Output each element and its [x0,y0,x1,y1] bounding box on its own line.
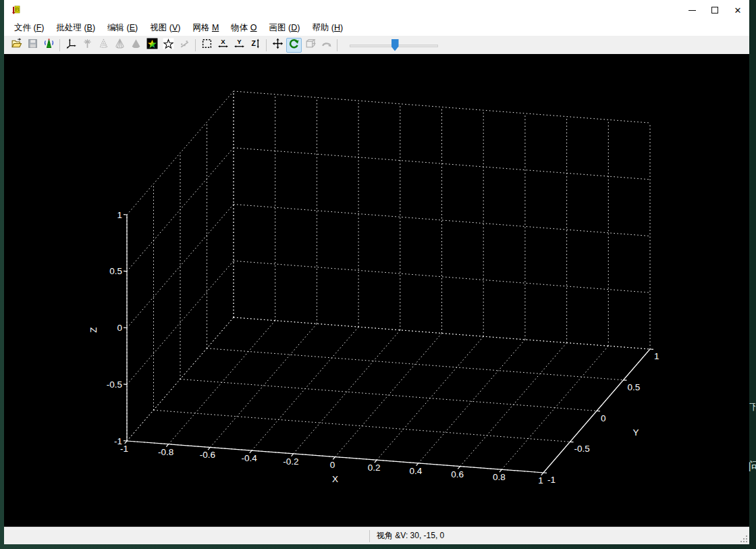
toolbar-separator [266,39,267,51]
toolbar-separator [337,39,338,51]
select-box-icon [201,38,213,52]
svg-text:-0.4: -0.4 [241,453,257,463]
svg-text:-0.8: -0.8 [158,447,173,457]
fountain-icon [82,38,93,52]
app-icon: B [10,5,21,16]
svg-text:1: 1 [654,351,659,361]
wireframe-button [112,38,128,53]
y-range-button[interactable]: Y [232,38,247,53]
svg-text:X: X [332,474,338,484]
broadcast-button[interactable] [41,38,57,53]
svg-text:0.4: 0.4 [410,466,423,476]
dotted-cone-icon [98,38,109,52]
axes-button[interactable] [63,38,79,53]
scatter-icon [179,38,190,52]
svg-text:-0.5: -0.5 [574,444,590,454]
app-window: B ✕ 文件 (F)批处理 (B)编辑 (E)视图 (V)网格 M物体 O画图 … [4,0,749,544]
open-button[interactable] [9,38,24,53]
svg-text:0.8: 0.8 [493,472,506,482]
rotate-icon [288,38,300,52]
menu-item-draw[interactable]: 画图 (D) [263,21,306,35]
pan-button[interactable] [270,38,286,53]
menu-bar: 文件 (F)批处理 (B)编辑 (E)视图 (V)网格 M物体 O画图 (D)帮… [4,20,749,36]
color-star-icon [146,38,158,52]
minimize-icon [688,10,696,11]
svg-text:-0.5: -0.5 [107,380,122,390]
svg-text:1: 1 [538,475,543,486]
rotate-button[interactable] [286,38,302,53]
point-cloud-button [96,38,111,53]
wire-cone-icon [114,38,126,52]
svg-text:0: 0 [330,460,335,470]
svg-text:0: 0 [601,413,606,423]
star-icon [163,38,174,52]
solid-cone-icon [130,38,142,52]
select-box-button[interactable] [199,38,215,53]
svg-text:-1: -1 [114,436,122,446]
save-button [25,38,40,53]
svg-text:0.2: 0.2 [368,463,381,473]
solid-button [128,38,144,53]
toolbar: XYZ [4,36,749,54]
fountain-button [80,38,95,53]
svg-text:Z: Z [251,39,256,47]
svg-text:1: 1 [117,210,122,220]
status-pane-left [4,527,369,544]
orbit-button [319,38,334,53]
star-button[interactable] [161,38,176,53]
save-icon [27,38,38,52]
z-range-icon: Z [250,38,261,52]
plot-canvas[interactable]: -1-0.8-0.6-0.4-0.200.20.40.60.81-1-0.500… [4,54,749,527]
menu-item-view[interactable]: 视图 (V) [144,21,186,35]
box-rotate-button [302,38,318,53]
svg-text:0: 0 [117,323,122,333]
minimize-button[interactable] [680,0,703,20]
antenna-icon [43,38,55,52]
svg-text:Y: Y [632,427,639,438]
x-range-button[interactable]: X [215,38,231,53]
axes3d-icon [65,38,77,52]
menu-item-object[interactable]: 物体 O [225,21,263,35]
close-button[interactable]: ✕ [726,0,749,20]
zoom-slider[interactable] [350,38,439,53]
axes3d-plot: -1-0.8-0.6-0.4-0.200.20.40.60.81-1-0.500… [4,54,749,527]
svg-text:0.6: 0.6 [451,469,464,479]
orbit-icon [321,38,332,52]
y-range-icon: Y [234,38,245,52]
desktop-icon-text-fragment: 问 [749,459,756,474]
svg-text:X: X [221,38,225,45]
scatter-button [177,38,192,53]
menu-item-mesh[interactable]: 网格 M [186,21,225,35]
svg-text:0.5: 0.5 [109,266,122,276]
x-range-icon: X [217,38,229,52]
svg-text:B: B [15,6,20,13]
color-star-button[interactable] [144,38,160,53]
maximize-icon [711,7,718,14]
box-rotate-icon [304,38,316,52]
move-icon [272,38,284,52]
z-range-button[interactable]: Z [248,38,263,53]
svg-text:-0.2: -0.2 [283,456,298,467]
menu-item-edit[interactable]: 编辑 (E) [101,21,144,35]
close-icon: ✕ [734,6,742,15]
svg-text:Y: Y [237,38,242,45]
menu-item-file[interactable]: 文件 (F) [8,21,50,35]
status-bar: 视角 &V: 30, -15, 0 [4,527,749,544]
menu-item-batch[interactable]: 批处理 (B) [50,21,101,35]
svg-text:-0.6: -0.6 [200,450,215,460]
toolbar-separator [59,39,60,51]
resize-grip[interactable] [746,541,747,542]
svg-text:0.5: 0.5 [628,382,641,392]
slider-thumb[interactable] [392,39,399,51]
title-bar: B ✕ [4,0,749,20]
open-icon [11,38,22,52]
svg-text:-1: -1 [547,475,556,485]
desktop-icon-text-fragment: 下 [749,401,755,413]
toolbar-separator [195,39,196,51]
menu-item-help[interactable]: 帮助 (H) [306,21,349,35]
view-angle-status: 视角 &V: 30, -15, 0 [370,530,444,542]
maximize-button[interactable] [703,0,726,20]
svg-text:Z: Z [88,327,99,332]
